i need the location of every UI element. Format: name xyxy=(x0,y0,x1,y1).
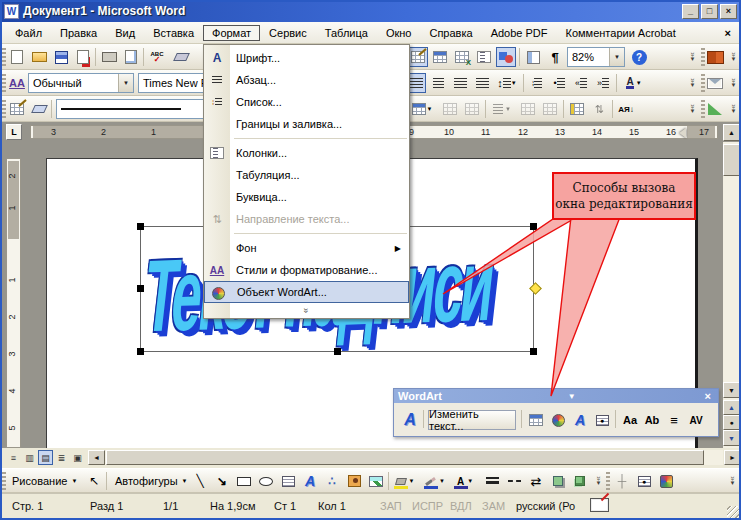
character-spacing-button[interactable]: AV xyxy=(685,409,707,431)
line-spacing-button[interactable]: ↕▼ xyxy=(494,73,520,93)
menu-item-dropcap[interactable]: Буквица... xyxy=(204,186,409,208)
menu-adobe-pdf[interactable]: Adobe PDF xyxy=(482,25,557,41)
menu-acrobat-comments[interactable]: Комментарии Acrobat xyxy=(557,25,685,41)
menu-table[interactable]: Таблица xyxy=(316,25,377,41)
select-objects-button[interactable]: ↖ xyxy=(84,471,104,491)
edit-wrap-points-button[interactable] xyxy=(656,471,676,491)
wordart-shape-button[interactable]: А xyxy=(569,409,591,431)
toolbar-options-chevron[interactable]: »▼ xyxy=(592,470,605,492)
print-preview-button[interactable] xyxy=(121,47,141,67)
line-button[interactable]: ╲ xyxy=(190,471,210,491)
previous-page-button[interactable]: ▲ xyxy=(723,400,740,415)
columns-button[interactable] xyxy=(474,47,494,67)
scroll-left-button[interactable]: ◄ xyxy=(88,450,105,465)
toolbar-grip[interactable] xyxy=(2,100,6,118)
insert-table-button[interactable] xyxy=(430,47,450,67)
drawing-button[interactable] xyxy=(496,47,516,67)
menu-expand-chevron[interactable]: » xyxy=(204,303,409,316)
insert-wordart-button[interactable]: А xyxy=(399,409,421,431)
distribute-columns-button[interactable] xyxy=(540,99,560,119)
numbered-list-button[interactable]: ⁞ xyxy=(527,73,547,93)
fill-color-button[interactable]: ▼ xyxy=(392,471,418,491)
print-layout-view-button[interactable]: ▤ xyxy=(38,450,53,465)
document-map-button[interactable] xyxy=(523,47,543,67)
zoom-combo[interactable]: 82%▼ xyxy=(567,47,625,67)
wordart-toolbar-titlebar[interactable]: WordArt ▼ × xyxy=(394,389,718,403)
scroll-right-button[interactable]: ► xyxy=(724,450,741,465)
align-center-button[interactable] xyxy=(428,73,448,93)
menu-window[interactable]: Окно xyxy=(377,25,421,41)
snap-to-grid-button[interactable]: ┼ xyxy=(612,471,632,491)
horizontal-scrollbar-thumb[interactable] xyxy=(106,450,704,465)
resize-handle[interactable] xyxy=(530,348,537,355)
text-box-button[interactable] xyxy=(278,471,298,491)
style-combo[interactable]: Обычный▼ xyxy=(28,73,134,93)
menu-view[interactable]: Вид xyxy=(106,25,144,41)
font-color-button[interactable]: А▼ xyxy=(620,73,648,93)
menu-help[interactable]: Справка xyxy=(420,25,481,41)
menu-item-list[interactable]: ⁞ Список... xyxy=(204,91,409,113)
open-button[interactable] xyxy=(29,47,49,67)
reading-view-button[interactable]: ▣ xyxy=(70,450,85,465)
mail-toolbar-button[interactable] xyxy=(705,73,725,93)
tab-selector[interactable]: L xyxy=(6,124,22,140)
merge-cells-button[interactable] xyxy=(440,99,460,119)
vertical-scrollbar-thumb[interactable] xyxy=(723,144,740,176)
resize-handle[interactable] xyxy=(137,285,144,292)
acrobat-toolbar-button[interactable] xyxy=(705,47,725,67)
insert-table-split-button[interactable]: ▼ xyxy=(408,99,436,119)
autoshapes-menu-button[interactable]: Автофигуры▼ xyxy=(110,471,193,491)
drawing-menu-button[interactable]: Рисование▼ xyxy=(7,471,82,491)
status-language[interactable]: русский (Ро xyxy=(516,500,575,512)
menu-item-wordart-object[interactable]: Объект WordArt... xyxy=(204,281,409,303)
permission-button[interactable] xyxy=(73,47,93,67)
bullet-list-button[interactable]: • xyxy=(549,73,569,93)
format-wordart-button[interactable] xyxy=(547,409,569,431)
font-color-button[interactable]: А▼ xyxy=(452,471,478,491)
cut-button[interactable] xyxy=(171,47,191,67)
menu-format[interactable]: Формат xyxy=(203,25,260,41)
close-button[interactable]: × xyxy=(720,4,737,19)
menu-item-font[interactable]: A Шрифт... xyxy=(204,47,409,69)
line-color-button[interactable]: ▼ xyxy=(422,471,448,491)
insert-wordart-button[interactable]: А xyxy=(300,471,320,491)
justify-button[interactable] xyxy=(472,73,492,93)
diagram-button[interactable]: ∴ xyxy=(322,471,342,491)
menu-item-background[interactable]: Фон ▶ xyxy=(204,237,409,259)
oval-button[interactable] xyxy=(256,471,276,491)
wordart-alignment-button[interactable]: ≡ xyxy=(663,409,685,431)
resize-handle[interactable] xyxy=(137,348,144,355)
resize-handle[interactable] xyxy=(334,348,341,355)
toolbar-options-chevron[interactable]: »▼ xyxy=(727,46,740,68)
toolbar-options-chevron[interactable]: »▼ xyxy=(686,46,699,68)
increase-indent-button[interactable]: » xyxy=(593,73,613,93)
minimize-button[interactable]: _ xyxy=(682,4,699,19)
normal-view-button[interactable]: ≡ xyxy=(6,450,21,465)
print-button[interactable] xyxy=(99,47,119,67)
split-cells-button[interactable] xyxy=(462,99,482,119)
draw-table-button[interactable] xyxy=(7,99,27,119)
menu-file[interactable]: Файл xyxy=(6,25,51,41)
menu-item-borders-shading[interactable]: Границы и заливка... xyxy=(204,113,409,135)
measure-toolbar-button[interactable] xyxy=(705,99,725,119)
toolbar-grip[interactable] xyxy=(2,48,6,66)
vertical-text-button[interactable]: Ab xyxy=(641,409,663,431)
resize-grip[interactable] xyxy=(727,506,739,518)
new-document-button[interactable] xyxy=(7,47,27,67)
arrow-style-button[interactable]: ⇄ xyxy=(526,471,546,491)
resize-handle[interactable] xyxy=(137,223,144,230)
toolbar-options-chevron[interactable]: »▼ xyxy=(686,98,699,120)
select-browse-object-button[interactable]: ● xyxy=(723,415,740,430)
clip-art-button[interactable] xyxy=(344,471,364,491)
maximize-button[interactable]: □ xyxy=(701,4,718,19)
show-hide-button[interactable]: ¶ xyxy=(545,47,565,67)
text-direction-button[interactable]: ⇅ xyxy=(589,99,609,119)
outline-view-button[interactable]: ≣ xyxy=(54,450,69,465)
toolbar-grip[interactable] xyxy=(2,74,6,92)
tables-borders-button[interactable] xyxy=(408,47,428,67)
help-button[interactable]: ? xyxy=(629,47,649,67)
text-wrapping-button[interactable]: ● xyxy=(591,409,613,431)
toolbar-close-icon[interactable]: × xyxy=(702,390,714,402)
next-page-button[interactable]: ▼ xyxy=(723,430,740,446)
arrow-button[interactable]: ↘ xyxy=(212,471,232,491)
